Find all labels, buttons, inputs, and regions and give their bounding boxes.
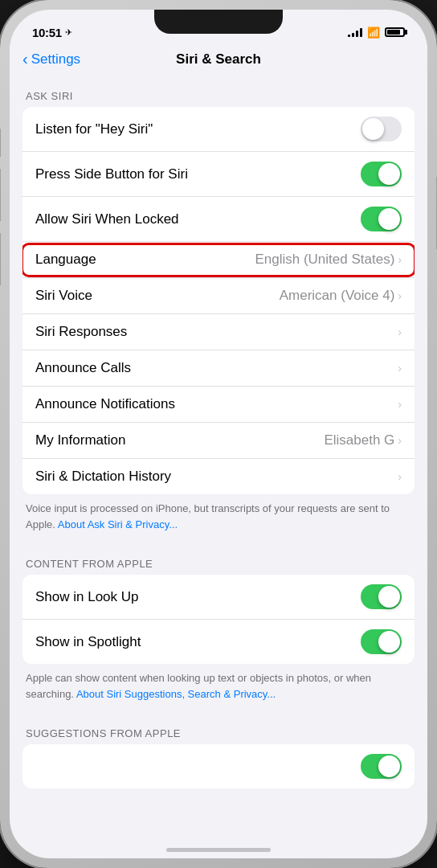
announce-notifications-label: Announce Notifications — [35, 396, 175, 412]
home-indicator[interactable] — [166, 848, 271, 852]
allow-locked-row[interactable]: Allow Siri When Locked — [22, 197, 415, 242]
siri-history-row[interactable]: Siri & Dictation History › — [22, 459, 415, 494]
suggestions-from-apple-label: SUGGESTIONS FROM APPLE — [10, 714, 427, 744]
page-title: Siri & Search — [176, 51, 261, 68]
ask-siri-section-label: ASK SIRI — [10, 77, 427, 107]
announce-notifications-chevron-icon: › — [398, 398, 402, 411]
my-information-chevron-icon: › — [398, 434, 402, 447]
announce-notifications-value: › — [398, 398, 402, 411]
announce-calls-row[interactable]: Announce Calls › — [22, 350, 415, 387]
volume-up-button[interactable] — [0, 169, 1, 221]
hey-siri-row[interactable]: Listen for "Hey Siri" — [22, 107, 415, 152]
siri-voice-chevron-icon: › — [398, 289, 402, 302]
press-side-label: Press Side Button for Siri — [35, 166, 188, 182]
content-scroll[interactable]: ASK SIRI Listen for "Hey Siri" Press Sid… — [10, 77, 427, 845]
my-information-label: My Information — [35, 432, 125, 448]
show-lookup-row[interactable]: Show in Look Up — [22, 575, 415, 620]
volume-down-button[interactable] — [0, 233, 1, 285]
notch — [154, 10, 283, 34]
content-from-apple-group: Show in Look Up Show in Spotlight — [22, 575, 415, 664]
siri-history-value: › — [398, 470, 402, 483]
allow-locked-toggle[interactable] — [361, 207, 402, 231]
language-value: English (United States) › — [255, 252, 402, 268]
language-label: Language — [35, 252, 96, 268]
language-chevron-icon: › — [398, 253, 402, 266]
suggestions-first-toggle[interactable] — [361, 754, 402, 779]
hey-siri-label: Listen for "Hey Siri" — [35, 121, 153, 137]
mute-button[interactable] — [0, 129, 1, 157]
show-lookup-toggle[interactable] — [361, 584, 402, 609]
siri-history-label: Siri & Dictation History — [35, 469, 171, 485]
siri-voice-value: American (Voice 4) › — [280, 288, 402, 304]
press-side-toggle[interactable] — [361, 162, 402, 186]
siri-responses-row[interactable]: Siri Responses › — [22, 314, 415, 350]
content-footer-link[interactable]: About Siri Suggestions, Search & Privacy… — [76, 688, 276, 700]
language-row-wrapper: Language English (United States) › — [22, 242, 415, 278]
ask-siri-group: Listen for "Hey Siri" Press Side Button … — [22, 107, 415, 494]
ask-siri-footer: Voice input is processed on iPhone, but … — [10, 494, 427, 545]
show-spotlight-label: Show in Spotlight — [35, 634, 141, 650]
phone-screen: 10:51 ✈ 📶 ‹ Settings — [10, 10, 427, 858]
content-from-apple-label: CONTENT FROM APPLE — [10, 545, 427, 575]
siri-voice-row[interactable]: Siri Voice American (Voice 4) › — [22, 278, 415, 314]
show-spotlight-toggle[interactable] — [361, 629, 402, 654]
siri-responses-label: Siri Responses — [35, 324, 127, 340]
press-side-row[interactable]: Press Side Button for Siri — [22, 152, 415, 197]
siri-voice-label: Siri Voice — [35, 288, 92, 304]
back-chevron-icon: ‹ — [22, 50, 28, 68]
back-label: Settings — [31, 51, 80, 68]
phone-frame: 10:51 ✈ 📶 ‹ Settings — [0, 0, 437, 868]
show-lookup-label: Show in Look Up — [35, 589, 139, 605]
hey-siri-toggle[interactable] — [361, 117, 402, 141]
battery-icon — [385, 27, 405, 37]
siri-history-chevron-icon: › — [398, 470, 402, 483]
ask-siri-footer-link[interactable]: About Ask Siri & Privacy... — [58, 518, 178, 530]
siri-responses-value: › — [398, 326, 402, 338]
suggestions-first-row[interactable] — [22, 744, 415, 788]
announce-calls-label: Announce Calls — [35, 360, 131, 376]
signal-icon — [348, 27, 362, 37]
announce-calls-value: › — [398, 362, 402, 375]
back-button[interactable]: ‹ Settings — [22, 51, 80, 68]
siri-responses-chevron-icon: › — [398, 326, 402, 338]
wifi-icon: 📶 — [367, 27, 380, 39]
language-row[interactable]: Language English (United States) › — [22, 242, 415, 278]
my-information-value: Elisabeth G › — [324, 432, 402, 448]
status-icons: 📶 — [348, 27, 405, 39]
allow-locked-label: Allow Siri When Locked — [35, 211, 179, 227]
navigation-header: ‹ Settings Siri & Search — [10, 45, 427, 77]
content-footer: Apple can show content when looking up t… — [10, 664, 427, 714]
show-spotlight-row[interactable]: Show in Spotlight — [22, 620, 415, 664]
announce-calls-chevron-icon: › — [398, 362, 402, 375]
suggestions-group — [22, 744, 415, 788]
status-time: 10:51 — [32, 26, 62, 39]
announce-notifications-row[interactable]: Announce Notifications › — [22, 387, 415, 423]
my-information-row[interactable]: My Information Elisabeth G › — [22, 423, 415, 459]
location-icon: ✈ — [65, 27, 72, 38]
